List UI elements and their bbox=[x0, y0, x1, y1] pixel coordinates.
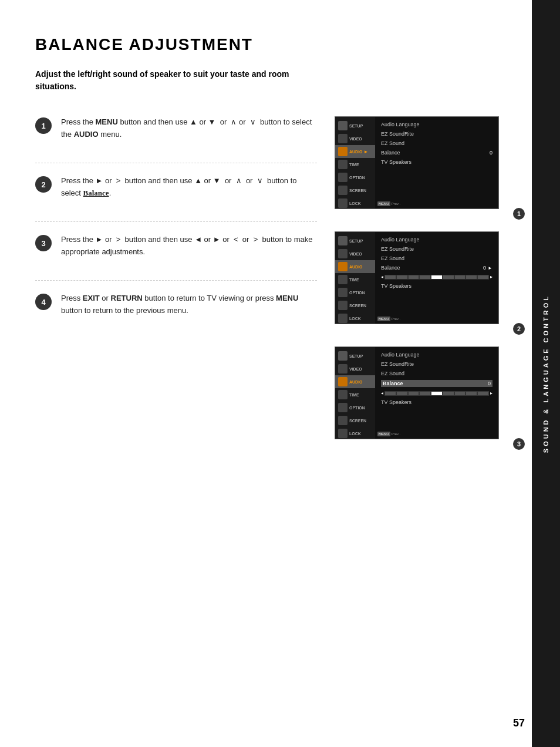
step-number-4: 4 bbox=[35, 294, 52, 310]
opt-balance-1: Balance bbox=[381, 150, 400, 156]
step-4: 4 Press EXIT or RETURN button to return … bbox=[35, 292, 317, 339]
opt-ez-soundrite-2: EZ SoundRite bbox=[381, 246, 492, 252]
screenshot-num-1: 1 bbox=[513, 208, 525, 220]
opt-balance-2: Balance bbox=[381, 265, 400, 271]
menu-row-screen-2: SCREEN bbox=[335, 299, 375, 312]
opt-balance-row-1: Balance 0 bbox=[381, 150, 492, 156]
menu-row-time-3: TIME bbox=[335, 388, 375, 401]
step-1: 1 Press the MENU button and then use ▲ o… bbox=[35, 116, 317, 163]
opt-tv-speakers-2: TV Speakers bbox=[381, 283, 492, 289]
menu-row-lock-3: LOCK bbox=[335, 427, 375, 440]
steps-column: 1 Press the MENU button and then use ▲ o… bbox=[35, 116, 317, 456]
menu-row-option-3: OPTION bbox=[335, 401, 375, 414]
opt-balance-row-3: Balance 0 bbox=[381, 380, 492, 387]
step-3: 3 Press the ► or > button and then use ◄… bbox=[35, 234, 317, 281]
opt-audio-lang-1: Audio Language bbox=[381, 122, 492, 127]
menu-row-setup-2: SETUP bbox=[335, 234, 375, 247]
step-number-2: 2 bbox=[35, 176, 52, 193]
step-2: 2 Press the ► or > button and then use ▲… bbox=[35, 175, 317, 222]
screenshot-1: SETUP VIDEO AUDIO ► T bbox=[335, 116, 525, 209]
menu-row-screen-3: SCREEN bbox=[335, 414, 375, 427]
step-text-3: Press the ► or > button and then use ◄ o… bbox=[61, 234, 317, 258]
opt-balance-row-2: Balance 0 ► bbox=[381, 265, 492, 271]
opt-balance-3: Balance bbox=[383, 381, 403, 386]
opt-balance-val-1: 0 bbox=[490, 150, 492, 156]
prev-label-1: MENU Prev . bbox=[377, 201, 400, 206]
page-container: BALANCE ADJUSTMENT Adjust the left/right… bbox=[0, 0, 560, 747]
page-title: BALANCE ADJUSTMENT bbox=[35, 35, 525, 54]
prev-label-2: MENU Prev . bbox=[377, 317, 400, 321]
menu-row-video: VIDEO bbox=[335, 132, 375, 145]
page-subtitle: Adjust the left/right sound of speaker t… bbox=[35, 68, 317, 93]
step-text-2: Press the ► or > button and then use ▲ o… bbox=[61, 175, 317, 200]
screenshot-num-2: 2 bbox=[513, 323, 525, 335]
opt-tv-speakers-3: TV Speakers bbox=[381, 399, 492, 405]
step-number-1: 1 bbox=[35, 117, 52, 134]
main-content: 1 Press the MENU button and then use ▲ o… bbox=[35, 116, 525, 456]
menu-row-option-2: OPTION bbox=[335, 286, 375, 299]
step-text-1: Press the MENU button and then use ▲ or … bbox=[61, 116, 317, 141]
screenshot-2: SETUP VIDEO AUDIO TIME bbox=[335, 231, 525, 324]
right-sidebar-bar: SOUND & LANGUAGE CONTROL bbox=[532, 0, 560, 747]
screenshot-num-3: 3 bbox=[513, 438, 525, 450]
menu-row-setup-3: SETUP bbox=[335, 349, 375, 362]
page-number: 57 bbox=[513, 717, 525, 729]
opt-ez-sound-2: EZ Sound bbox=[381, 255, 492, 261]
screenshots-column: SETUP VIDEO AUDIO ► T bbox=[335, 116, 525, 456]
menu-row-setup: SETUP bbox=[335, 119, 375, 132]
menu-row-screen: SCREEN bbox=[335, 184, 375, 197]
menu-row-audio-2: AUDIO bbox=[335, 260, 375, 273]
opt-ez-sound-1: EZ Sound bbox=[381, 140, 492, 146]
opt-audio-lang-3: Audio Language bbox=[381, 352, 492, 358]
side-label: SOUND & LANGUAGE CONTROL bbox=[542, 294, 549, 453]
opt-balance-val-3: 0 bbox=[488, 381, 491, 386]
menu-row-option: OPTION bbox=[335, 171, 375, 184]
menu-row-time: TIME bbox=[335, 158, 375, 171]
menu-row-time-2: TIME bbox=[335, 273, 375, 286]
menu-row-video-3: VIDEO bbox=[335, 362, 375, 375]
menu-row-lock-2: LOCK bbox=[335, 312, 375, 325]
opt-ez-soundrite-1: EZ SoundRite bbox=[381, 131, 492, 137]
balance-bar-3: ◂ ▸ bbox=[381, 391, 492, 396]
step-text-4: Press EXIT or RETURN button to return to… bbox=[61, 292, 317, 317]
menu-row-audio: AUDIO ► bbox=[335, 145, 375, 158]
menu-row-video-2: VIDEO bbox=[335, 247, 375, 260]
opt-balance-val-row-2: 0 ► bbox=[483, 265, 492, 271]
opt-audio-lang-2: Audio Language bbox=[381, 237, 492, 243]
balance-bar-2: ◂ ▸ bbox=[381, 274, 492, 280]
step-number-3: 3 bbox=[35, 235, 52, 251]
opt-ez-sound-3: EZ Sound bbox=[381, 371, 492, 376]
opt-ez-soundrite-3: EZ SoundRite bbox=[381, 361, 492, 367]
menu-row-audio-3: AUDIO bbox=[335, 375, 375, 388]
menu-row-lock: LOCK bbox=[335, 197, 375, 210]
prev-label-3: MENU Prev . bbox=[377, 432, 400, 436]
opt-tv-speakers-1: TV Speakers bbox=[381, 159, 492, 165]
screenshot-3: SETUP VIDEO AUDIO TIME bbox=[335, 346, 525, 439]
